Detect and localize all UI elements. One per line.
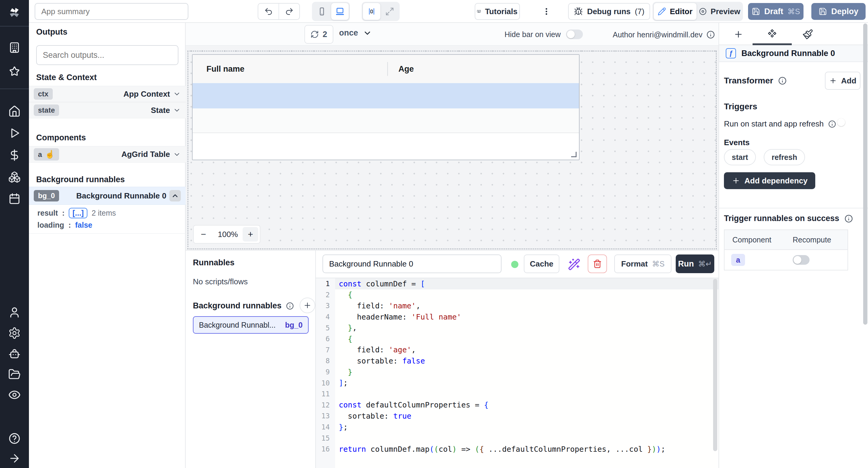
code-line-4[interactable]: 4 headerName: 'Full name' (316, 311, 718, 323)
runnable-name-input[interactable] (322, 255, 501, 273)
desktop-view-button[interactable] (331, 3, 349, 20)
run-button[interactable]: Run ⌘↵ (676, 255, 714, 273)
component-a-chip[interactable]: a (731, 254, 745, 266)
collapse-chevron-up-button[interactable] (169, 190, 181, 201)
code-line-12[interactable]: 12const defaultColumnProperties = { (316, 400, 718, 411)
search-outputs-input[interactable] (36, 45, 179, 65)
editor-scrollbar[interactable] (713, 279, 717, 451)
user-icon[interactable] (8, 306, 21, 319)
zoom-out-button[interactable]: − (194, 229, 213, 239)
bug-icon (574, 7, 583, 16)
favorites-star-icon[interactable] (8, 65, 21, 78)
info-icon[interactable] (844, 214, 853, 223)
output-row-state[interactable]: state State (29, 102, 186, 119)
code-line-9[interactable]: 9 } (316, 367, 718, 378)
code-line-14[interactable]: 14}; (316, 422, 718, 433)
tab-insert-plus-icon[interactable] (734, 30, 743, 39)
info-icon[interactable] (828, 120, 836, 128)
tutorials-button[interactable]: Tutorials (475, 3, 520, 20)
result-row[interactable]: result : [...] 2 items (37, 208, 116, 218)
deploy-button[interactable]: Deploy (811, 3, 866, 20)
code-line-13[interactable]: 13 sortable: true (316, 410, 718, 422)
windmill-logo-icon[interactable] (8, 6, 21, 19)
schedules-calendar-icon[interactable] (8, 193, 21, 205)
format-button[interactable]: Format ⌘S (614, 255, 672, 273)
recompute-toggle[interactable] (793, 255, 809, 265)
code-line-15[interactable]: 15 (316, 432, 718, 444)
editor-header: Cache Format ⌘S Run ⌘↵ (316, 250, 718, 278)
background-runnable-item[interactable]: Background Runnabl... bg_0 (193, 316, 309, 334)
folders-icon[interactable] (8, 368, 21, 381)
debug-runs-button[interactable]: Debug runs (7) (568, 3, 650, 20)
undo-button[interactable] (258, 4, 279, 19)
collapse-arrow-icon[interactable] (8, 452, 21, 465)
zoom-in-button[interactable]: + (243, 227, 258, 241)
editor-preview-toggle: Editor Preview (652, 2, 743, 21)
output-row-component-a[interactable]: a☝ AgGrid Table (29, 146, 186, 163)
tab-editor[interactable]: Editor (654, 3, 696, 20)
mobile-view-button[interactable] (313, 3, 331, 20)
code-text (335, 389, 718, 400)
more-options-kebab-icon[interactable] (541, 5, 552, 18)
code-line-3[interactable]: 3 field: 'name', (316, 300, 718, 311)
aggrid-row-selected[interactable] (193, 83, 579, 108)
event-chip-refresh[interactable]: refresh (764, 149, 805, 165)
code-line-6[interactable]: 6 { (316, 333, 718, 344)
info-icon[interactable] (706, 30, 715, 39)
code-area[interactable]: 1const columnDef = [2 {3 field: 'name',4… (316, 278, 718, 468)
ai-bot-icon[interactable] (8, 347, 21, 360)
aggrid-col-age[interactable]: Age (398, 64, 414, 74)
fullscreen-expand-button[interactable] (381, 3, 398, 20)
bg0-label: Background Runnable 0 (76, 191, 166, 201)
code-line-11[interactable]: 11 (316, 389, 718, 400)
add-dependency-label: Add dependency (744, 176, 807, 186)
panel-scrollbar[interactable] (863, 24, 867, 325)
event-chip-start[interactable]: start (724, 149, 756, 165)
chevron-down-icon[interactable] (173, 106, 181, 114)
tab-styling-brush-icon[interactable] (802, 29, 813, 40)
code-line-5[interactable]: 5 }, (316, 322, 718, 333)
settings-gear-icon[interactable] (8, 327, 21, 339)
center-content-button[interactable] (363, 3, 380, 20)
result-expand-badge[interactable]: [...] (69, 208, 87, 218)
info-icon[interactable] (286, 302, 294, 310)
code-line-10[interactable]: 10]; (316, 377, 718, 389)
eye-icon[interactable] (8, 389, 21, 401)
add-dependency-button[interactable]: Add dependency (724, 172, 815, 189)
app-canvas[interactable]: 2 once Hide bar on view Author henri@win… (186, 23, 718, 250)
tab-settings-diamonds-icon[interactable] (767, 29, 778, 40)
home-icon[interactable] (8, 105, 21, 118)
draft-button[interactable]: Draft ⌘S (748, 3, 804, 20)
delete-runnable-button[interactable] (588, 255, 607, 273)
code-line-1[interactable]: 1const columnDef = [ (316, 278, 718, 290)
aggrid-col-fullname[interactable]: Full name (207, 64, 244, 74)
resize-handle-icon[interactable] (571, 152, 577, 157)
ai-wand-icon[interactable] (568, 258, 581, 271)
info-icon[interactable] (778, 76, 787, 85)
code-line-16[interactable]: 16return columnDef.map((col) => ({ ...de… (316, 444, 718, 455)
resources-boxes-icon[interactable] (8, 171, 21, 183)
app-summary-input[interactable] (35, 3, 188, 20)
column-separator[interactable] (387, 62, 388, 76)
tab-preview[interactable]: Preview (697, 3, 742, 20)
chevron-down-icon[interactable] (173, 90, 181, 98)
refresh-all-button[interactable]: 2 (304, 25, 333, 44)
help-icon[interactable] (8, 432, 21, 445)
output-row-bg0[interactable]: bg_0 Background Runnable 0 (29, 187, 186, 205)
hide-bar-toggle[interactable] (566, 30, 583, 39)
refresh-frequency-dropdown[interactable]: once (339, 28, 372, 38)
code-line-7[interactable]: 7 field: 'age', (316, 344, 718, 356)
code-line-8[interactable]: 8 sortable: false (316, 355, 718, 367)
aggrid-row[interactable] (193, 108, 579, 133)
add-background-runnable-button[interactable] (300, 298, 315, 313)
aggrid-table-component[interactable]: Full name Age (192, 54, 580, 160)
runs-play-icon[interactable] (8, 127, 21, 139)
cache-button[interactable]: Cache (524, 255, 559, 273)
redo-button[interactable] (279, 4, 299, 19)
output-row-ctx[interactable]: ctx App Context (29, 86, 186, 102)
workspace-icon[interactable] (8, 41, 21, 54)
code-line-2[interactable]: 2 { (316, 290, 718, 301)
add-transformer-button[interactable]: Add (825, 72, 861, 90)
variables-dollar-icon[interactable] (8, 149, 21, 161)
chevron-down-icon[interactable] (173, 151, 181, 158)
